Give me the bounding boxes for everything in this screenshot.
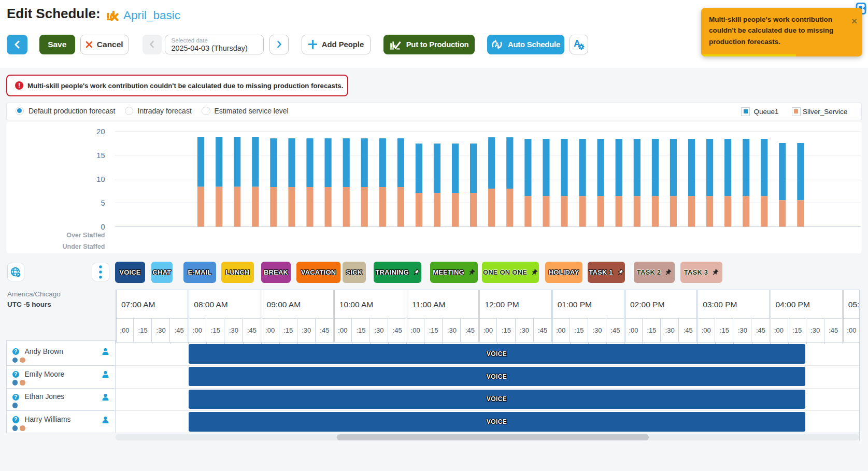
svg-text:Over Staffed: Over Staffed: [66, 232, 105, 239]
svg-text:5: 5: [101, 199, 105, 207]
svg-text:A: A: [495, 41, 500, 48]
svg-text:Under Staffed: Under Staffed: [63, 243, 105, 250]
svg-text:15: 15: [96, 151, 105, 160]
svg-text:10: 10: [96, 175, 105, 183]
svg-text:20: 20: [96, 127, 105, 136]
svg-text:0: 0: [101, 223, 105, 231]
